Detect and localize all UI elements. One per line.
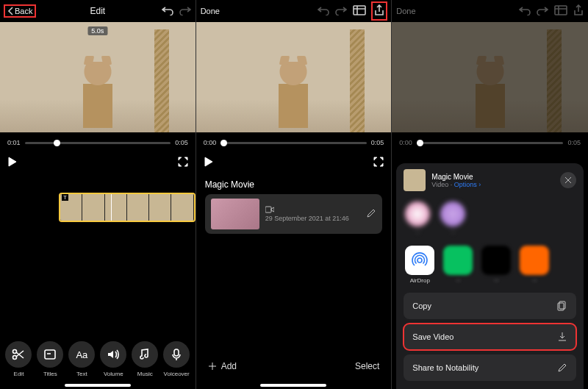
clip-title-marker: T xyxy=(62,194,68,201)
contact-item[interactable]: ··· xyxy=(405,201,430,235)
project-thumbnail xyxy=(211,199,259,229)
video-preview xyxy=(392,22,588,132)
timeline-clip[interactable]: T xyxy=(59,193,196,222)
cat-subject xyxy=(76,62,120,128)
tool-voiceover[interactable]: Voiceover xyxy=(163,341,190,377)
home-indicator[interactable] xyxy=(260,384,326,387)
play-bar xyxy=(0,153,196,172)
project-date: 29 September 2021 at 21:46 xyxy=(265,215,361,222)
scrub-track[interactable] xyxy=(25,142,171,144)
share-icon xyxy=(374,4,384,16)
edit-project-button[interactable] xyxy=(366,208,376,220)
done-button[interactable]: Done xyxy=(201,7,220,15)
actions-list: Copy Save Video Share to Notability xyxy=(396,293,584,381)
copy-icon xyxy=(557,301,567,311)
app-item[interactable]: ··· xyxy=(443,246,473,284)
done-button: Done xyxy=(396,7,415,15)
time-current: 0:01 xyxy=(7,139,21,146)
tool-edit[interactable]: Edit xyxy=(5,341,32,377)
sheet-header: Magic Movie Video · Options › xyxy=(396,163,584,197)
play-icon xyxy=(204,157,214,167)
titles-icon xyxy=(43,348,57,361)
tool-row: Edit Titles Aa Text Volume Music Voiceov… xyxy=(0,341,196,377)
svg-rect-4 xyxy=(174,349,179,356)
redo-button[interactable] xyxy=(335,5,347,17)
project-meta: 29 September 2021 at 21:46 xyxy=(265,206,361,222)
share-button xyxy=(573,4,584,18)
options-link[interactable]: Options xyxy=(454,181,477,188)
scrub-thumb[interactable] xyxy=(220,140,227,146)
home-indicator[interactable] xyxy=(65,384,131,387)
share-icon xyxy=(573,4,584,16)
music-icon xyxy=(138,348,151,361)
contact-item[interactable]: ··· xyxy=(440,201,465,235)
chevron-left-icon xyxy=(7,7,15,15)
scrub-bar: 0:00 0:05 xyxy=(392,132,588,153)
download-icon xyxy=(557,332,567,342)
video-icon xyxy=(265,206,274,213)
tool-music[interactable]: Music xyxy=(132,341,158,377)
storyboard-button[interactable] xyxy=(353,5,366,17)
undo-button[interactable] xyxy=(162,5,173,17)
play-button[interactable] xyxy=(7,157,18,168)
share-button[interactable] xyxy=(372,2,387,20)
project-card[interactable]: 29 September 2021 at 21:46 xyxy=(205,194,383,234)
volume-icon xyxy=(107,348,120,361)
play-button[interactable] xyxy=(204,157,214,168)
scrub-bar[interactable]: 0:01 0:05 xyxy=(0,132,196,153)
app-item[interactable]: ··· xyxy=(481,246,511,284)
undo-button[interactable] xyxy=(318,5,329,17)
tool-titles[interactable]: Titles xyxy=(37,341,63,377)
select-button[interactable]: Select xyxy=(355,361,379,371)
action-copy[interactable]: Copy xyxy=(404,293,576,319)
svg-rect-8 xyxy=(555,6,567,15)
time-current: 0:00 xyxy=(204,139,217,146)
redo-button xyxy=(537,5,548,17)
fullscreen-button[interactable] xyxy=(373,157,384,168)
expand-icon xyxy=(373,157,384,167)
scratching-post xyxy=(154,29,169,132)
storyboard-icon xyxy=(353,5,366,15)
video-preview[interactable]: 5.0s xyxy=(0,22,196,132)
action-share-notability[interactable]: Share to Notability xyxy=(404,354,576,381)
svg-rect-7 xyxy=(265,207,271,213)
scrub-thumb[interactable] xyxy=(54,140,60,146)
play-bar xyxy=(196,153,392,172)
sheet-subtitle: Video · Options › xyxy=(431,181,481,188)
svg-rect-3 xyxy=(45,350,55,359)
scrub-track[interactable] xyxy=(220,142,367,144)
close-button[interactable] xyxy=(560,172,576,188)
undo-button xyxy=(519,5,531,17)
tool-volume[interactable]: Volume xyxy=(100,341,126,377)
storyboard-button xyxy=(554,5,567,17)
tool-text[interactable]: Aa Text xyxy=(68,341,95,377)
add-button[interactable]: Add xyxy=(208,361,237,371)
app-airdrop[interactable]: AirDrop xyxy=(405,246,434,284)
time-current: 0:00 xyxy=(399,139,412,146)
scrub-bar[interactable]: 0:00 0:05 xyxy=(196,132,392,153)
close-icon xyxy=(564,176,572,184)
share-sheet: Magic Movie Video · Options › ··· ··· Ai… xyxy=(396,163,584,389)
back-label: Back xyxy=(15,7,32,15)
app-item[interactable]: ··· xyxy=(520,246,549,284)
redo-button[interactable] xyxy=(179,5,191,17)
back-button[interactable]: Back xyxy=(4,5,35,17)
fullscreen-button[interactable] xyxy=(178,157,188,168)
text-icon: Aa xyxy=(68,341,95,368)
playhead[interactable] xyxy=(111,193,112,222)
timeline[interactable]: T xyxy=(0,191,196,224)
redo-icon xyxy=(335,5,347,15)
nav-bar: Back Edit xyxy=(0,0,196,22)
app-icon xyxy=(443,246,473,275)
duration-badge: 5.0s xyxy=(87,26,107,35)
redo-icon xyxy=(179,5,191,15)
expand-icon xyxy=(178,157,188,167)
contacts-row: ··· ··· xyxy=(396,197,584,243)
section-title: Magic Movie xyxy=(196,172,392,194)
nav-bar: Done xyxy=(196,0,392,22)
sheet-thumbnail xyxy=(404,169,426,191)
action-save-video[interactable]: Save Video xyxy=(404,324,576,350)
project-screen: Done 0:00 0:05 Magic Movie 29 September … xyxy=(196,0,392,389)
video-preview[interactable] xyxy=(196,22,392,132)
play-icon xyxy=(7,157,18,167)
